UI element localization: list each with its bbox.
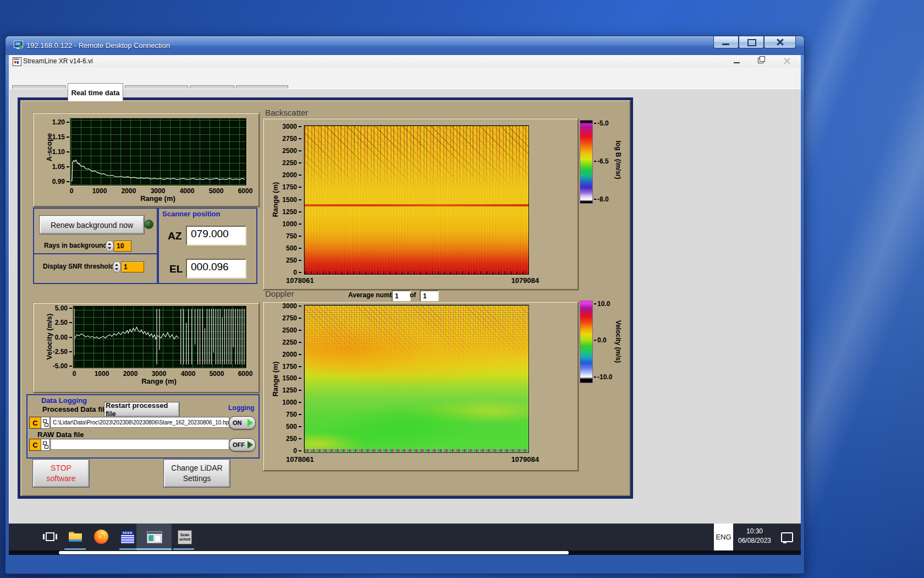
snr-value-field[interactable]: 1 — [121, 261, 144, 272]
bs-ytick: 3000 — [277, 123, 301, 130]
dp-ytick: 2250 — [277, 339, 301, 346]
renew-status-led — [144, 220, 153, 229]
change-lidar-settings-button[interactable]: Change LiDAR Settings — [164, 460, 230, 487]
backscatter-aerosol-band — [305, 204, 529, 206]
active-app-indicator — [136, 548, 172, 550]
app-restore-icon[interactable] — [758, 58, 763, 63]
raw-logging-toggle[interactable]: OFF — [229, 438, 256, 451]
velocity-xtick: 2000 — [118, 370, 142, 378]
processed-logging-toggle[interactable]: ON — [229, 416, 256, 429]
tab-real-time-data[interactable]: Real time data — [68, 83, 123, 101]
scan-icon-line2: sched — [179, 537, 190, 542]
raw-drive-selector[interactable]: C — [29, 439, 41, 451]
dp-ytick: 2750 — [277, 314, 301, 322]
clock-time[interactable]: 10:30 — [736, 527, 773, 535]
rdp-window-title: 192.168.0.122 - Remote Desktop Connectio… — [26, 41, 170, 50]
bs-ytick: 0 — [277, 269, 301, 276]
bs-ytick: 2250 — [277, 159, 301, 167]
ascope-xtick: 4000 — [175, 187, 199, 195]
velocity-xtick: 5000 — [205, 370, 229, 378]
bs-ytick: 2750 — [277, 135, 301, 143]
bs-cb-tick: -8.0 — [594, 195, 609, 203]
file-explorer-icon[interactable] — [68, 530, 82, 542]
restart-processed-file-button[interactable]: Restart processed file — [105, 402, 179, 417]
bs-ytick: 1500 — [277, 196, 301, 204]
rays-value-field[interactable]: 10 — [114, 241, 131, 252]
backscatter-noise-layer — [305, 126, 529, 189]
ascope-xtick: 5000 — [204, 187, 228, 195]
dp-ytick: 1750 — [277, 363, 301, 370]
velocity-xtick: 6000 — [233, 370, 257, 378]
rdp-scrollbar-thumb[interactable] — [59, 551, 569, 554]
rdp-maximize-button[interactable] — [739, 36, 764, 48]
taskbar-active-app[interactable] — [136, 524, 172, 550]
action-center-icon[interactable] — [781, 532, 793, 542]
app-titlebar[interactable]: StreamLine XR v14-6.vi — [9, 55, 801, 68]
stop-button-line2: software — [47, 473, 76, 484]
snr-spinner[interactable] — [113, 261, 121, 272]
az-value-field[interactable]: 079.000 — [186, 226, 246, 246]
bs-ytick: 2500 — [277, 147, 301, 155]
raw-browse-icon[interactable] — [41, 439, 50, 451]
maximize-icon — [747, 39, 756, 46]
velocity-x-axis-label: Range (m) — [131, 377, 186, 385]
processed-browse-icon[interactable] — [41, 417, 50, 429]
seek-app-icon[interactable]: SEEK — [120, 530, 135, 544]
seek-app-label: SEEK — [121, 531, 134, 535]
clock-date[interactable]: 06/08/2023 — [734, 537, 776, 544]
task-view-icon[interactable] — [43, 531, 57, 543]
ascope-x-axis-label: Range (m) — [130, 194, 185, 203]
bs-ytick: 1250 — [277, 208, 301, 216]
firefox-icon[interactable] — [94, 530, 108, 544]
bs-ytick: 750 — [277, 232, 301, 240]
dp-ytick: 750 — [277, 411, 301, 418]
stop-software-button[interactable]: STOP software — [33, 460, 89, 487]
streamline-taskbar-icon — [147, 531, 162, 543]
processed-file-path-field[interactable]: C:\Lidar\Data\Proc\2023\202308\20230806\… — [50, 417, 229, 428]
app-icon — [13, 57, 21, 66]
renew-background-button[interactable]: Renew background now — [40, 216, 144, 234]
remote-desktop-client: StreamLine XR v14-6.vi System setup Real… — [9, 55, 801, 555]
raw-file-path-field[interactable] — [50, 439, 229, 450]
velocity-ytick: -5.00 — [48, 362, 72, 370]
doppler-colorbar — [580, 301, 593, 383]
velocity-ytick: 0.00 — [48, 334, 72, 341]
backscatter-time-start: 1078061 — [286, 276, 314, 285]
dp-ytick: 2000 — [277, 351, 301, 358]
bs-cb-tick: -5.0 — [594, 119, 609, 127]
bs-cb-tick: -6.5 — [594, 157, 609, 165]
rdp-titlebar[interactable]: 192.168.0.122 - Remote Desktop Connectio… — [6, 36, 804, 55]
language-indicator[interactable]: ENG — [714, 524, 733, 550]
backscatter-heatmap — [304, 126, 529, 275]
dp-cb-tick: 0.0 — [594, 336, 607, 344]
average-of-label: of — [410, 291, 416, 299]
explorer-running-indicator — [64, 548, 86, 550]
rdp-close-button[interactable] — [764, 36, 796, 48]
el-value-field[interactable]: 000.096 — [186, 259, 246, 279]
velocity-ytick: 2.50 — [48, 319, 72, 326]
bs-ytick: 1000 — [277, 220, 301, 228]
az-label: AZ — [168, 230, 182, 242]
bs-ytick: 2000 — [277, 171, 301, 179]
ascope-plot — [70, 118, 246, 186]
velocity-plot — [73, 306, 246, 368]
rdp-minimize-button[interactable] — [713, 36, 739, 48]
doppler-green-layer — [304, 368, 529, 453]
scan-scheduler-icon[interactable]: Scan sched — [178, 530, 192, 544]
backscatter-time-end: 1079084 — [484, 276, 539, 285]
doppler-ground-speckle — [305, 449, 529, 452]
ascope-xtick: 1000 — [87, 187, 112, 195]
scan-running-indicator — [173, 548, 194, 550]
scan-icon-line1: Scan — [180, 533, 190, 537]
app-minimize-icon[interactable] — [734, 62, 740, 63]
rays-spinner[interactable] — [106, 241, 114, 252]
tab-strip: System setup Real time data Temp/humidit… — [9, 67, 801, 89]
scanner-position-title: Scanner position — [162, 210, 220, 218]
processed-drive-selector[interactable]: C — [29, 417, 41, 429]
processed-toggle-led-on — [248, 419, 253, 427]
raw-data-file-label: RAW Data file — [37, 430, 84, 439]
el-label: EL — [169, 263, 183, 275]
processed-data-file-label: Processed Data file — [42, 405, 108, 413]
dp-ytick: 1500 — [277, 374, 301, 382]
raw-toggle-led-off — [248, 441, 253, 449]
